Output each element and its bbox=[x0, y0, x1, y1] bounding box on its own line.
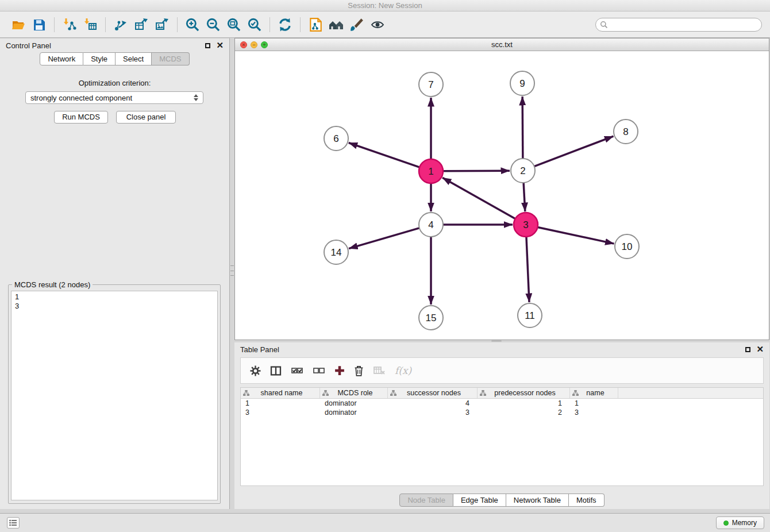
table-settings-button[interactable] bbox=[250, 365, 261, 376]
search-input[interactable] bbox=[595, 18, 762, 32]
tab-edge-table[interactable]: Edge Table bbox=[453, 494, 506, 507]
run-mcds-button[interactable]: Run MCDS bbox=[54, 111, 108, 124]
apply-style-button[interactable] bbox=[346, 14, 367, 35]
tab-node-table[interactable]: Node Table bbox=[399, 494, 453, 507]
tab-style[interactable]: Style bbox=[83, 52, 116, 65]
float-table-panel-button[interactable] bbox=[745, 347, 750, 352]
mcds-result-list[interactable]: 1 3 bbox=[11, 291, 218, 500]
zoom-out-icon bbox=[206, 17, 221, 32]
graph-edge-3-11[interactable] bbox=[526, 237, 529, 302]
node-label: 3 bbox=[523, 219, 528, 230]
column-tree-icon bbox=[322, 390, 329, 396]
tab-select[interactable]: Select bbox=[116, 52, 152, 65]
table-row[interactable]: 3 dominator 3 2 3 bbox=[241, 408, 763, 417]
node-label: 2 bbox=[520, 165, 525, 176]
zoom-selected-button[interactable] bbox=[244, 14, 265, 35]
graph-edge-3-1[interactable] bbox=[442, 178, 515, 218]
tab-network[interactable]: Network bbox=[40, 52, 83, 65]
graph-edge-2-3[interactable] bbox=[523, 183, 525, 211]
cell-successor-nodes[interactable]: 4 bbox=[388, 399, 478, 408]
graph-node-2[interactable]: 2 bbox=[511, 159, 535, 183]
zoom-in-button[interactable] bbox=[182, 14, 203, 35]
tab-network-table[interactable]: Network Table bbox=[506, 494, 569, 507]
window-minimize-button[interactable]: − bbox=[251, 41, 257, 48]
import-network-button[interactable] bbox=[59, 14, 80, 35]
mcds-result-item[interactable]: 3 bbox=[11, 302, 217, 311]
first-neighbors-button[interactable] bbox=[326, 14, 346, 35]
graph-node-11[interactable]: 11 bbox=[518, 303, 542, 327]
node-label: 6 bbox=[333, 133, 338, 144]
cell-shared-name[interactable]: 1 bbox=[241, 399, 320, 408]
zoom-fit-button[interactable] bbox=[224, 14, 244, 35]
cell-mcds-role[interactable]: dominator bbox=[320, 399, 388, 408]
zoom-out-button[interactable] bbox=[203, 14, 224, 35]
cell-predecessor-nodes[interactable]: 2 bbox=[478, 408, 570, 417]
table-panel-title: Table Panel bbox=[240, 345, 279, 354]
graph-edge-2-8[interactable] bbox=[534, 136, 614, 166]
main-toolbar bbox=[0, 11, 770, 38]
show-columns-button[interactable] bbox=[270, 366, 282, 376]
graph-node-9[interactable]: 9 bbox=[510, 71, 534, 95]
close-panel-button[interactable]: ✕ bbox=[216, 43, 224, 48]
graph-edge-3-10[interactable] bbox=[538, 227, 614, 244]
graph-edge-1-2[interactable] bbox=[443, 171, 510, 171]
cell-predecessor-nodes[interactable]: 1 bbox=[478, 399, 570, 408]
cell-successor-nodes[interactable]: 3 bbox=[388, 408, 478, 417]
tab-mcds[interactable]: MCDS bbox=[152, 52, 189, 65]
graph-node-14[interactable]: 14 bbox=[324, 240, 348, 264]
vertical-splitter-grip[interactable] bbox=[230, 265, 234, 276]
cell-name[interactable]: 1 bbox=[570, 399, 618, 408]
column-header-name[interactable]: name bbox=[570, 388, 618, 398]
graph-node-4[interactable]: 4 bbox=[419, 213, 443, 237]
refresh-button[interactable] bbox=[275, 14, 295, 35]
optimization-criterion-label: Optimization criterion: bbox=[0, 79, 229, 87]
horizontal-splitter-grip[interactable] bbox=[491, 340, 502, 342]
cell-name[interactable]: 3 bbox=[570, 408, 618, 417]
window-close-button[interactable]: × bbox=[240, 41, 247, 48]
column-header-successor-nodes[interactable]: successor nodes bbox=[388, 388, 478, 398]
open-session-button[interactable] bbox=[8, 14, 29, 35]
select-all-columns-button[interactable] bbox=[291, 366, 303, 375]
window-zoom-button[interactable]: + bbox=[261, 41, 268, 48]
tab-motifs[interactable]: Motifs bbox=[569, 494, 605, 507]
float-panel-button[interactable] bbox=[205, 43, 210, 48]
cell-shared-name[interactable]: 3 bbox=[241, 408, 320, 417]
window-traffic-lights: × − + bbox=[240, 41, 268, 48]
export-image-button[interactable] bbox=[152, 14, 172, 35]
graph-node-1[interactable]: 1 bbox=[419, 159, 443, 183]
show-hide-button[interactable] bbox=[367, 14, 388, 35]
graph-node-15[interactable]: 15 bbox=[419, 306, 443, 330]
create-column-button[interactable] bbox=[334, 365, 345, 376]
edges-layer bbox=[349, 97, 614, 304]
deselect-all-columns-button[interactable] bbox=[313, 366, 325, 375]
network-graph[interactable]: 7968124314101511 bbox=[235, 51, 769, 340]
save-session-button[interactable] bbox=[29, 14, 49, 35]
graph-edge-1-6[interactable] bbox=[349, 143, 419, 168]
column-header-predecessor-nodes[interactable]: predecessor nodes bbox=[478, 388, 570, 398]
import-table-button[interactable] bbox=[80, 14, 101, 35]
graph-node-3[interactable]: 3 bbox=[514, 213, 538, 237]
column-header-shared-name[interactable]: shared name bbox=[241, 388, 320, 398]
table-row[interactable]: 1 dominator 4 1 1 bbox=[241, 399, 763, 408]
criterion-dropdown[interactable]: strongly connected component bbox=[25, 91, 203, 104]
delete-column-button[interactable] bbox=[354, 365, 364, 376]
close-table-panel-button[interactable]: ✕ bbox=[756, 346, 764, 352]
graph-node-10[interactable]: 10 bbox=[615, 234, 639, 259]
column-header-mcds-role[interactable]: MCDS role bbox=[320, 388, 388, 398]
graph-node-8[interactable]: 8 bbox=[614, 119, 638, 144]
node-table: shared name MCDS role successor nodes pr… bbox=[240, 387, 764, 486]
export-network-button[interactable] bbox=[110, 14, 131, 35]
node-label: 10 bbox=[622, 241, 633, 252]
export-table-button[interactable] bbox=[131, 14, 152, 35]
task-history-button[interactable] bbox=[7, 517, 20, 529]
memory-button[interactable]: Memory bbox=[716, 516, 764, 529]
graph-node-7[interactable]: 7 bbox=[419, 72, 443, 97]
mcds-result-item[interactable]: 1 bbox=[11, 292, 217, 302]
application-window: Session: New Session bbox=[0, 0, 770, 532]
graph-edge-2-9[interactable] bbox=[522, 97, 523, 159]
graph-node-6[interactable]: 6 bbox=[324, 126, 348, 151]
close-mcds-panel-button[interactable]: Close panel bbox=[116, 111, 176, 124]
cell-mcds-role[interactable]: dominator bbox=[320, 408, 388, 417]
graph-edge-4-14[interactable] bbox=[349, 228, 419, 249]
clone-network-button[interactable] bbox=[305, 14, 326, 35]
